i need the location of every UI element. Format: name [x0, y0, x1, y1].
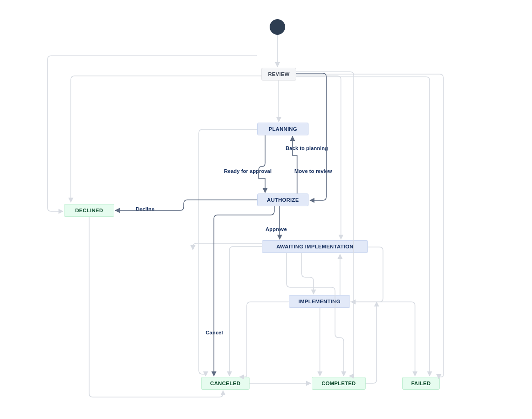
node-planning: PLANNING	[257, 123, 309, 135]
label-approve: Approve	[266, 226, 287, 232]
node-implementing: IMPLEMENTING	[289, 295, 350, 308]
start-node	[270, 19, 285, 35]
node-declined: DECLINED	[64, 204, 114, 217]
node-authorize: AUTHORIZE	[257, 193, 309, 206]
label-decline: Decline	[136, 206, 154, 212]
label-cancel: Cancel	[206, 330, 223, 335]
node-canceled: CANCELED	[201, 377, 250, 390]
label-ready-for-approval: Ready for approval	[224, 168, 271, 174]
node-review: REVIEW	[261, 68, 296, 81]
label-back-to-planning: Back to planning	[286, 145, 328, 151]
node-failed: FAILED	[402, 377, 440, 390]
node-completed: COMPLETED	[312, 377, 366, 390]
label-move-to-review: Move to review	[294, 168, 332, 174]
workflow-diagram: REVIEW PLANNING AUTHORIZE AWAITING IMPLE…	[0, 0, 532, 419]
node-awaiting: AWAITING IMPLEMENTATION	[262, 240, 368, 253]
